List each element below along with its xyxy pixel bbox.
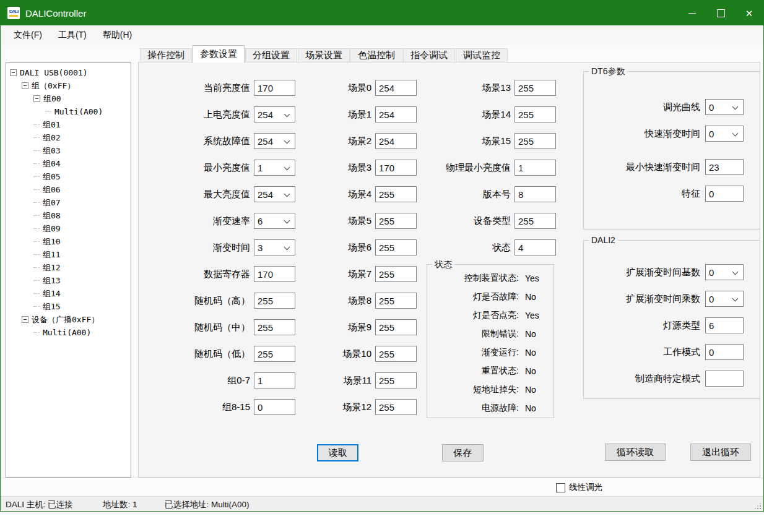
scene-input-1[interactable]: 254 <box>375 106 417 122</box>
maximize-button[interactable] <box>706 1 735 25</box>
param-input-7[interactable]: 170 <box>254 266 295 282</box>
tree-item[interactable]: DALI USB(0001) <box>6 66 131 79</box>
scene-input-8[interactable]: 255 <box>375 293 417 309</box>
param-select-1[interactable]: 254 <box>254 106 295 122</box>
tree-item[interactable]: 组05 <box>6 170 131 183</box>
param3-input-0[interactable]: 255 <box>514 80 556 96</box>
scene-input-5[interactable]: 255 <box>375 213 417 229</box>
scene-label-8: 场景8 <box>322 295 371 307</box>
param-input-0[interactable]: 170 <box>254 80 295 96</box>
dt6-input-3[interactable]: 0 <box>705 186 744 202</box>
resize-grip-icon[interactable] <box>760 508 761 509</box>
field-value: 6 <box>254 216 263 226</box>
tree-item[interactable]: Multi(A00) <box>6 105 131 118</box>
expand-toggle-icon[interactable] <box>22 316 28 323</box>
scene-input-9[interactable]: 255 <box>375 319 417 335</box>
exit-loop-button[interactable]: 退出循环 <box>690 444 751 461</box>
scene-input-3[interactable]: 170 <box>375 160 417 176</box>
param-select-5[interactable]: 6 <box>254 213 295 229</box>
scene-input-6[interactable]: 255 <box>375 239 417 255</box>
tree-item[interactable]: 组10 <box>6 235 131 248</box>
param3-input-3[interactable]: 1 <box>514 160 556 176</box>
tree-item[interactable]: 设备（广播0xFF） <box>6 313 131 326</box>
field-row: 快速渐变时间0 <box>584 126 760 142</box>
dali2-input-3[interactable]: 0 <box>705 344 744 360</box>
dali2-select-0[interactable]: 0 <box>705 264 744 280</box>
tree-item[interactable]: Multi(A00) <box>6 326 131 339</box>
read-button[interactable]: 读取 <box>317 444 358 461</box>
param3-input-1[interactable]: 255 <box>514 106 556 122</box>
loop-read-button[interactable]: 循环读取 <box>605 444 666 461</box>
tree-item[interactable]: 组00 <box>6 92 131 105</box>
tree-item[interactable]: 组08 <box>6 209 131 222</box>
tab-4[interactable]: 色温控制 <box>350 48 402 62</box>
field-value: 255 <box>376 375 394 386</box>
param-input-10[interactable]: 255 <box>254 346 295 362</box>
dt6-input-2[interactable]: 23 <box>705 159 744 175</box>
param3-input-6[interactable]: 4 <box>514 239 556 255</box>
tree-item[interactable]: 组14 <box>6 287 131 300</box>
dali2-input-4[interactable] <box>705 371 744 387</box>
param3-input-2[interactable]: 255 <box>514 133 556 149</box>
expand-toggle-icon[interactable] <box>22 82 28 89</box>
param-select-4[interactable]: 254 <box>254 186 295 202</box>
linear-dimming-checkbox[interactable]: 线性调光 <box>556 482 602 493</box>
tab-0[interactable]: 操作控制 <box>140 48 192 62</box>
param-input-8[interactable]: 255 <box>254 293 295 309</box>
dt6-select-1[interactable]: 0 <box>705 126 744 142</box>
tab-5[interactable]: 指令调试 <box>403 48 455 62</box>
tree-item[interactable]: 组11 <box>6 248 131 261</box>
scene-input-12[interactable]: 255 <box>375 399 417 415</box>
app-logo-bar <box>9 15 18 17</box>
scene-input-0[interactable]: 254 <box>375 80 417 96</box>
dt6-select-0[interactable]: 0 <box>705 99 744 115</box>
param3-input-4[interactable]: 8 <box>514 186 556 202</box>
minimize-button[interactable] <box>678 1 706 25</box>
tab-1[interactable]: 参数设置 <box>193 45 245 62</box>
param-input-9[interactable]: 255 <box>254 319 295 335</box>
status-row-label: 控制装置状态: <box>427 273 519 284</box>
save-button[interactable]: 保存 <box>442 444 484 461</box>
param-select-6[interactable]: 3 <box>254 239 295 255</box>
scene-input-10[interactable]: 255 <box>375 346 417 362</box>
dali2-rows: 扩展渐变时间基数0扩展渐变时间乘数0灯源类型6工作模式0制造商特定模式 <box>584 241 760 387</box>
tree-item[interactable]: 组09 <box>6 222 131 235</box>
tab-2[interactable]: 分组设置 <box>245 48 297 62</box>
field-row: 随机码（中）255 <box>156 319 295 335</box>
scene-input-2[interactable]: 254 <box>375 133 417 149</box>
param3-label-6: 状态 <box>433 242 511 254</box>
menu-item-0[interactable]: 文件(F) <box>6 30 50 41</box>
param-select-2[interactable]: 254 <box>254 133 295 149</box>
tree-item[interactable]: 组02 <box>6 131 131 144</box>
status-row-value: No <box>525 366 536 376</box>
tree-item[interactable]: 组（0xFF） <box>6 79 131 92</box>
tree-connector-icon <box>33 215 40 216</box>
param-input-12[interactable]: 0 <box>254 399 295 415</box>
scene-input-11[interactable]: 255 <box>375 372 417 388</box>
param-input-11[interactable]: 1 <box>254 372 295 388</box>
dali2-select-1[interactable]: 0 <box>705 291 744 307</box>
tree-item[interactable]: 组04 <box>6 157 131 170</box>
tree-item[interactable]: 组06 <box>6 183 131 196</box>
scene-input-4[interactable]: 255 <box>375 186 417 202</box>
tree-item[interactable]: 组07 <box>6 196 131 209</box>
param-label-6: 渐变时间 <box>156 242 250 254</box>
tree-item[interactable]: 组01 <box>6 118 131 131</box>
param3-input-5[interactable]: 255 <box>514 213 556 229</box>
menu-item-2[interactable]: 帮助(H) <box>95 30 140 41</box>
tab-3[interactable]: 场景设置 <box>298 48 350 62</box>
expand-toggle-icon[interactable] <box>10 69 17 76</box>
tree-item[interactable]: 组15 <box>6 300 131 313</box>
tab-6[interactable]: 调试监控 <box>456 48 508 62</box>
param3-label-5: 设备类型 <box>433 215 511 227</box>
scene-input-7[interactable]: 255 <box>375 266 417 282</box>
tree-item[interactable]: 组03 <box>6 144 131 157</box>
tree-connector-icon <box>33 163 40 164</box>
tree-item[interactable]: 组13 <box>6 274 131 287</box>
close-button[interactable]: ✕ <box>735 1 763 25</box>
tree-item[interactable]: 组12 <box>6 261 131 274</box>
param-select-3[interactable]: 1 <box>254 160 295 176</box>
menu-item-1[interactable]: 工具(T) <box>50 30 95 41</box>
expand-toggle-icon[interactable] <box>33 95 40 102</box>
dali2-input-2[interactable]: 6 <box>705 317 744 333</box>
